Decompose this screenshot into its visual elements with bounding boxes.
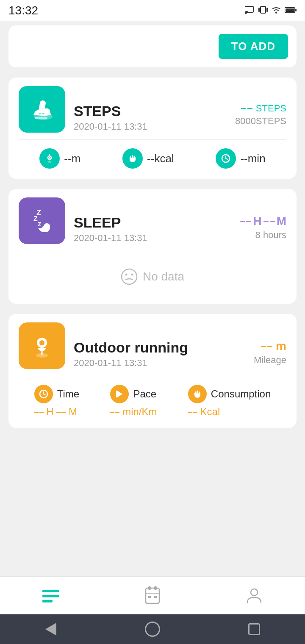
svg-rect-34	[42, 595, 59, 597]
svg-point-23	[125, 274, 127, 276]
to-add-button[interactable]: TO ADD	[219, 34, 288, 59]
running-pace-label: Pace	[133, 388, 156, 400]
svg-text:Z: Z	[38, 221, 42, 228]
steps-stat-kcal: --kcal	[122, 148, 174, 169]
running-time-value: H M	[34, 406, 77, 418]
top-partial-card: TO ADD	[8, 25, 297, 67]
sleep-target: H M 8 hours	[240, 214, 286, 241]
running-card: Outdoor running 2020-01-11 13:31 m Milea…	[8, 314, 297, 428]
running-consumption-label: Consumption	[211, 388, 271, 400]
running-stat-pace: Pace min/Km	[110, 385, 157, 418]
nav-item-activity[interactable]	[142, 586, 163, 606]
bottom-nav	[0, 576, 305, 614]
running-target: m Mileage	[254, 339, 286, 366]
svg-point-15	[47, 161, 52, 163]
status-icons	[245, 6, 297, 16]
svg-rect-40	[148, 596, 151, 598]
sleep-card-info: SLEEP 2020-01-11 13:31	[74, 214, 231, 244]
main-content: TO ADD STEPS 2020-01-11 13:31	[0, 21, 305, 514]
svg-point-42	[251, 589, 258, 596]
steps-time-value: --min	[240, 152, 265, 165]
running-date: 2020-01-11 13:31	[74, 358, 245, 369]
no-data-text: No data	[143, 270, 184, 283]
steps-target-dashes	[241, 108, 252, 109]
steps-card-info: STEPS 2020-01-11 13:31	[74, 103, 227, 132]
clock-icon	[216, 148, 236, 169]
steps-stat-time: --min	[216, 148, 265, 169]
sleep-target-value: 8 hours	[240, 230, 286, 241]
battery-icon	[285, 6, 297, 16]
running-stat-time: Time H M	[34, 385, 79, 418]
svg-rect-37	[148, 586, 151, 590]
svg-rect-41	[154, 596, 157, 598]
sleep-dashes-h	[240, 221, 251, 222]
running-target-label: m	[254, 339, 286, 353]
recent-icon	[248, 623, 260, 635]
android-recent-button[interactable]	[246, 621, 263, 638]
steps-title: STEPS	[74, 103, 227, 119]
vibrate-icon	[258, 6, 268, 16]
svg-rect-7	[286, 8, 294, 12]
running-dashes	[261, 346, 272, 347]
steps-stat-distance: --m	[39, 148, 80, 169]
svg-line-18	[226, 158, 227, 159]
bottom-spacer	[8, 438, 297, 510]
running-divider	[19, 376, 286, 376]
activity-icon	[142, 586, 163, 606]
sleep-divider	[19, 251, 286, 251]
back-icon	[45, 623, 56, 636]
svg-rect-33	[42, 590, 59, 592]
sleep-date: 2020-01-11 13:31	[74, 233, 231, 244]
steps-stats-row: --m --kcal --min	[19, 148, 286, 169]
svg-rect-12	[35, 117, 47, 119]
running-target-value: Mileage	[254, 355, 286, 366]
android-back-button[interactable]	[42, 621, 59, 638]
sleep-card: Z Z Z SLEEP 2020-01-11 13:31 H	[8, 189, 297, 304]
sleep-card-header: Z Z Z SLEEP 2020-01-11 13:31 H	[19, 214, 286, 244]
running-clock-icon	[34, 385, 53, 403]
running-stat-consumption-top: Consumption	[188, 385, 271, 403]
svg-rect-36	[146, 588, 159, 603]
steps-kcal-value: --kcal	[147, 152, 174, 165]
profile-icon	[244, 586, 264, 606]
svg-point-27	[36, 353, 48, 358]
steps-card-icon	[19, 86, 65, 133]
nav-item-dashboard[interactable]	[41, 586, 61, 606]
running-title: Outdoor running	[74, 339, 245, 356]
svg-marker-31	[117, 391, 122, 397]
svg-rect-10	[39, 113, 41, 114]
svg-rect-8	[295, 9, 297, 11]
svg-rect-38	[154, 586, 157, 590]
running-card-header: Outdoor running 2020-01-11 13:31 m Milea…	[19, 339, 286, 369]
steps-card-header: STEPS 2020-01-11 13:31 STEPS 8000STEPS	[19, 103, 286, 133]
running-stats-row: Time H M	[19, 385, 286, 418]
location-icon	[39, 148, 60, 169]
sleep-no-data: No data	[19, 260, 286, 294]
svg-point-24	[131, 274, 133, 276]
home-icon	[145, 622, 160, 637]
wifi-icon	[271, 6, 281, 16]
sleep-dashes-m	[263, 221, 275, 222]
running-stat-consumption: Consumption Kcal	[188, 385, 271, 418]
svg-rect-32	[116, 391, 117, 397]
no-data-icon	[121, 268, 138, 285]
running-consumption-value: Kcal	[188, 406, 220, 418]
running-card-info: Outdoor running 2020-01-11 13:31	[74, 339, 245, 369]
steps-target-label: STEPS	[235, 103, 286, 114]
status-bar: 13:32	[0, 0, 305, 21]
svg-point-22	[122, 269, 137, 284]
sleep-card-icon: Z Z Z	[19, 197, 65, 244]
steps-distance-value: --m	[64, 152, 80, 165]
android-nav-bar	[0, 614, 305, 644]
svg-point-26	[39, 340, 44, 345]
nav-item-profile[interactable]	[244, 586, 264, 606]
running-stat-pace-top: Pace	[110, 385, 156, 403]
steps-target-value: 8000STEPS	[235, 116, 286, 127]
running-pace-icon	[110, 385, 129, 403]
svg-rect-2	[261, 6, 266, 13]
android-home-button[interactable]	[144, 621, 161, 638]
svg-text:Z: Z	[33, 215, 38, 222]
status-time: 13:32	[8, 4, 38, 17]
cast-icon	[245, 6, 255, 16]
running-card-icon	[19, 322, 65, 369]
